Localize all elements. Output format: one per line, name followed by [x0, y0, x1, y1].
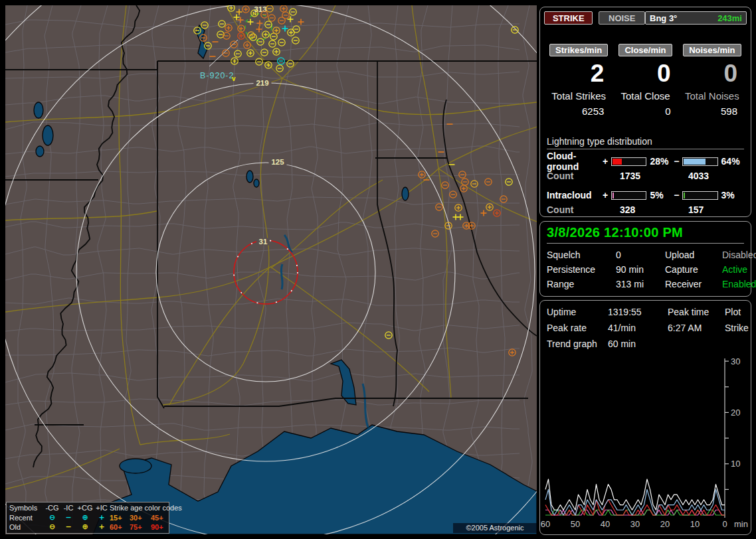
cloud-ground-count-row: Count 1735 4033	[547, 171, 744, 181]
y-tick-label: 30	[731, 356, 740, 366]
strike-symbols: N	[194, 5, 518, 356]
noises-per-min-chip[interactable]: Noises/min	[683, 44, 741, 56]
lake	[402, 187, 409, 200]
strikes-per-min-value: 2	[545, 58, 612, 90]
cg-neg-bar	[682, 157, 718, 166]
strike-symbol	[273, 48, 280, 55]
strike-symbol	[462, 179, 468, 185]
capture-status: Active	[722, 264, 756, 275]
legend-col-ic-pos: +IC	[94, 503, 110, 513]
distribution-title: Lightning type distribution	[547, 136, 744, 149]
trend-window-value[interactable]: 60 min	[608, 339, 749, 349]
strike-symbol	[276, 65, 283, 72]
strike-symbol	[292, 37, 299, 44]
x-tick-label: 40	[601, 519, 610, 529]
total-noises-label: Total Noises	[679, 90, 745, 102]
upload-label: Upload	[665, 250, 722, 260]
count-label: Count	[547, 204, 620, 215]
x-tick-label: 20	[660, 519, 670, 529]
legend-symbols-header: Symbols	[9, 503, 44, 513]
strike-symbol	[269, 40, 276, 47]
strike-symbol	[273, 27, 280, 34]
age-60-label: 60+	[110, 522, 130, 532]
plus-sign: +	[602, 156, 609, 167]
strike-symbol	[278, 39, 285, 46]
ic-neg-recent-icon: −	[60, 513, 76, 523]
range-label: Range	[547, 279, 616, 289]
ic-pos-count: 328	[620, 204, 688, 215]
uptime-label: Uptime	[547, 307, 608, 317]
strike-symbol	[290, 9, 296, 15]
peak-rate-label: Peak rate	[547, 323, 608, 333]
svg-text:N: N	[252, 11, 256, 17]
strike-symbol	[225, 25, 232, 31]
capture-label: Capture	[665, 264, 722, 275]
lake-pontchartrain	[120, 459, 151, 473]
trend-series-cg_neg	[545, 489, 725, 515]
lake	[246, 171, 253, 183]
map-canvas: 31321912531B-920-2vN	[5, 5, 537, 534]
total-close-value: 0	[612, 106, 678, 117]
age-45-label: 45+	[151, 513, 172, 523]
plus-sign: +	[602, 190, 609, 200]
y-tick-label: 10	[731, 459, 740, 469]
storm-cell-pointer	[209, 40, 238, 66]
ic-pos-bar	[611, 191, 647, 200]
strike-symbol	[248, 19, 254, 25]
trend-series-cg_pos	[545, 500, 725, 515]
strike-symbol	[265, 62, 272, 68]
ic-neg-count: 157	[688, 204, 704, 215]
peak-time-label: Peak time	[668, 307, 725, 317]
lake	[36, 146, 44, 157]
strike-symbol	[450, 191, 456, 198]
trend-graph: 1020306050403020100min	[540, 355, 752, 534]
bearing-range-display[interactable]: Bng 3° 243mi	[645, 11, 747, 25]
range-setting-value: 313 mi	[616, 279, 665, 289]
strike-symbol	[278, 17, 285, 24]
state-borders	[5, 5, 537, 467]
strike-symbol	[494, 210, 500, 216]
cloud-ground-row: Cloud-ground + 28% − 64%	[547, 155, 744, 167]
trend-panel: Uptime 1319:55 Peak time Plot Peak rate …	[539, 300, 751, 535]
strike-symbol	[250, 34, 256, 40]
cg-pos-count: 1735	[620, 171, 688, 181]
strikes-per-min-chip[interactable]: Strikes/min	[549, 44, 608, 56]
strike-symbol	[247, 50, 254, 56]
age-75-label: 75+	[130, 522, 151, 532]
legend-old-label: Old	[9, 522, 44, 532]
legend-col-ic-neg: -IC	[60, 503, 76, 513]
strike-symbol	[385, 332, 392, 339]
strike-symbol	[201, 22, 208, 29]
plot-mode-value[interactable]: Strike	[725, 323, 749, 333]
range-value: 243mi	[717, 13, 742, 23]
noise-toggle-button[interactable]: NOISE	[599, 11, 645, 25]
strike-symbol	[506, 179, 512, 185]
plot-label: Plot	[725, 307, 749, 317]
receiver-status: Enabled	[722, 279, 756, 289]
strike-symbol	[288, 29, 294, 36]
cg-neg-pct: 64%	[720, 156, 744, 167]
close-per-min-chip[interactable]: Close/min	[618, 44, 672, 56]
lightning-distribution: Lightning type distribution Cloud-ground…	[547, 136, 744, 223]
strike-symbol	[509, 349, 516, 356]
strike-symbol	[280, 5, 287, 12]
ring-distance-label: 31	[259, 238, 268, 246]
age-15-label: 15+	[110, 513, 130, 523]
strike-symbol	[257, 38, 264, 45]
ic-neg-old-icon: −	[60, 522, 76, 532]
squelch-value: 0	[616, 250, 665, 260]
lightning-map[interactable]: 31321912531B-920-2vN Symbols -CG -IC +CG…	[5, 5, 537, 534]
close-per-min-value: 0	[612, 58, 678, 90]
strike-symbol	[471, 181, 478, 187]
strike-symbol	[238, 33, 244, 39]
x-unit-label: min	[734, 519, 748, 529]
cg-pos-recent-icon: ⊕	[76, 513, 94, 523]
strike-symbol	[432, 230, 438, 237]
x-tick-label: 30	[630, 519, 640, 529]
strike-toggle-button[interactable]: STRIKE	[544, 11, 593, 25]
noises-per-min-value: 0	[679, 58, 745, 90]
x-tick-label: 60	[541, 519, 550, 529]
strike-symbol	[236, 9, 242, 15]
ic-pos-old-icon: +	[94, 522, 110, 532]
strike-symbol	[248, 32, 254, 38]
